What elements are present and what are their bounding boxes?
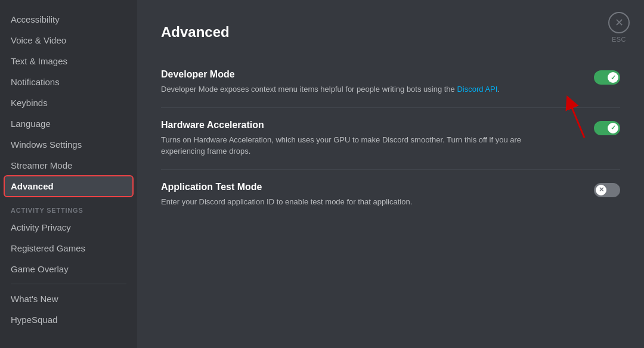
sidebar-item-voice-video[interactable]: Voice & Video bbox=[5, 30, 132, 50]
sidebar-item-advanced[interactable]: Advanced bbox=[5, 176, 132, 196]
setting-info-hardware-acceleration: Hardware Acceleration Turns on Hardware … bbox=[161, 120, 594, 157]
setting-info-application-test-mode: Application Test Mode Enter your Discord… bbox=[161, 182, 594, 208]
developer-mode-toggle[interactable]: ✓ bbox=[594, 70, 620, 85]
developer-mode-toggle-knob: ✓ bbox=[608, 72, 618, 83]
sidebar-divider bbox=[11, 284, 126, 284]
sidebar-item-notifications[interactable]: Notifications bbox=[5, 72, 132, 92]
setting-row-developer-mode: Developer Mode Developer Mode exposes co… bbox=[161, 57, 620, 108]
close-button[interactable]: ✕ bbox=[608, 12, 630, 33]
page-title: Advanced bbox=[161, 24, 620, 41]
application-test-mode-title: Application Test Mode bbox=[161, 182, 570, 192]
sidebar-item-language[interactable]: Language bbox=[5, 114, 132, 133]
hardware-acceleration-title: Hardware Acceleration bbox=[161, 120, 570, 130]
sidebar-item-registered-games[interactable]: Registered Games bbox=[5, 238, 132, 258]
developer-mode-title: Developer Mode bbox=[161, 69, 570, 80]
check-icon-hw: ✓ bbox=[611, 124, 616, 132]
esc-label: ESC bbox=[612, 36, 626, 43]
application-test-mode-description: Enter your Discord application ID to ena… bbox=[161, 196, 543, 208]
sidebar-item-whats-new[interactable]: What's New bbox=[5, 289, 132, 309]
sidebar-item-game-overlay[interactable]: Game Overlay bbox=[5, 259, 132, 279]
sidebar-item-keybinds[interactable]: Keybinds bbox=[5, 93, 132, 113]
hardware-acceleration-description: Turns on Hardware Acceleration, which us… bbox=[161, 134, 543, 157]
main-content: ✕ ESC Advanced Developer Mode Developer … bbox=[137, 0, 644, 348]
application-test-mode-toggle-knob: ✕ bbox=[596, 185, 606, 195]
setting-row-hardware-acceleration: Hardware Acceleration Turns on Hardware … bbox=[161, 108, 620, 170]
sidebar-item-streamer-mode[interactable]: Streamer Mode bbox=[5, 156, 132, 175]
developer-mode-description: Developer Mode exposes context menu item… bbox=[161, 83, 543, 95]
sidebar-item-windows-settings[interactable]: Windows Settings bbox=[5, 135, 132, 154]
setting-row-application-test-mode: Application Test Mode Enter your Discord… bbox=[161, 170, 620, 220]
hardware-acceleration-toggle[interactable]: ✓ bbox=[594, 121, 620, 135]
x-icon: ✕ bbox=[599, 186, 604, 194]
sidebar-item-hypesquad[interactable]: HypeSquad bbox=[5, 310, 132, 330]
sidebar-item-text-images[interactable]: Text & Images bbox=[5, 51, 132, 71]
sidebar-item-accessibility[interactable]: Accessibility bbox=[5, 10, 132, 29]
hardware-acceleration-toggle-knob: ✓ bbox=[608, 123, 618, 133]
application-test-mode-toggle[interactable]: ✕ bbox=[594, 183, 620, 197]
sidebar: Accessibility Voice & Video Text & Image… bbox=[0, 0, 137, 348]
discord-api-link[interactable]: Discord API bbox=[457, 85, 497, 94]
check-icon: ✓ bbox=[611, 74, 616, 82]
close-area[interactable]: ✕ ESC bbox=[608, 12, 630, 43]
setting-info-developer-mode: Developer Mode Developer Mode exposes co… bbox=[161, 69, 594, 95]
sidebar-item-activity-privacy[interactable]: Activity Privacy bbox=[5, 218, 132, 237]
activity-settings-section-label: ACTIVITY SETTINGS bbox=[5, 197, 132, 218]
